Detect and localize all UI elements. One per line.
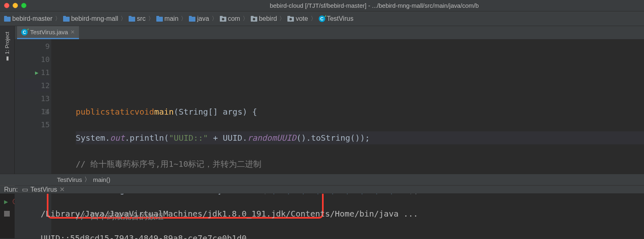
breadcrumb-label: com	[228, 15, 240, 22]
chevron-right-icon: 〉	[279, 15, 285, 22]
class-icon: C	[21, 29, 28, 35]
stop-icon[interactable]	[4, 211, 10, 217]
breadcrumb-item[interactable]: C TestVirus	[319, 15, 354, 22]
folder-icon	[129, 16, 135, 22]
run-config-tab[interactable]: ▭ TestVirus ✕	[22, 186, 65, 193]
console-output[interactable]: /Library/Java/JavaVirtualMachines/jdk1.8…	[37, 194, 644, 239]
method-italic: randomUUID	[247, 131, 296, 144]
field: out	[110, 131, 125, 144]
code-text: .println(	[125, 131, 169, 144]
rerun-icon[interactable]: ▶	[4, 198, 8, 206]
package-icon	[220, 16, 226, 22]
breadcrumb-label: TestVirus	[327, 15, 354, 22]
breadcrumb-label: src	[137, 15, 145, 22]
structure-breadcrumb: TestVirus 〉 main()	[0, 174, 644, 185]
svg-rect-17	[287, 16, 290, 18]
close-tab-icon[interactable]: ✕	[70, 29, 75, 35]
chevron-right-icon: 〉	[120, 15, 126, 22]
folder-icon	[63, 16, 70, 22]
breadcrumb-label: bebird-mng-mall	[71, 15, 118, 22]
method: main	[154, 105, 174, 118]
line-number: 15	[41, 118, 50, 131]
folder-icon	[4, 16, 11, 22]
breadcrumb-label: vote	[296, 15, 308, 22]
breadcrumb-label: bebird-master	[12, 15, 53, 22]
navigation-breadcrumb: bebird-master 〉 bebird-mng-mall 〉 src 〉 …	[0, 11, 644, 26]
line-number: 11	[41, 66, 50, 79]
chevron-right-icon: 〉	[212, 15, 217, 22]
application-icon: ▭	[22, 186, 28, 193]
class-icon: C	[319, 15, 325, 22]
svg-rect-5	[129, 16, 131, 18]
svg-point-15	[253, 18, 255, 20]
chevron-right-icon: 〉	[84, 176, 90, 184]
fold-icon[interactable]: −	[43, 110, 48, 114]
keyword: public	[76, 105, 105, 118]
line-number: 12	[41, 79, 50, 92]
breadcrumb-label: java	[197, 15, 209, 22]
svg-point-12	[222, 18, 224, 20]
svg-rect-3	[63, 16, 66, 18]
breadcrumb-item[interactable]: bebird	[251, 15, 277, 22]
breadcrumb-item[interactable]: main	[156, 15, 179, 22]
svg-point-18	[289, 18, 292, 20]
keyword: void	[135, 105, 154, 118]
svg-rect-9	[189, 16, 192, 18]
breadcrumb-label: bebird	[259, 15, 277, 22]
window-titlebar: bebird-cloud [/TJT/sf/bebird-master] - .…	[0, 0, 644, 11]
code-text: (String[] args) {	[174, 105, 257, 118]
window-title: bebird-cloud [/TJT/sf/bebird-master] - .…	[270, 2, 479, 9]
chevron-right-icon: 〉	[311, 15, 316, 22]
console-line: /Library/Java/JavaVirtualMachines/jdk1.8…	[41, 208, 640, 220]
breadcrumb-item[interactable]: java	[189, 15, 209, 22]
structure-method[interactable]: main()	[93, 176, 110, 183]
folder-icon	[189, 16, 195, 22]
code-text: System.	[76, 131, 110, 144]
keyword: static	[105, 105, 134, 118]
package-icon	[287, 16, 294, 22]
breadcrumb-item[interactable]: vote	[287, 15, 308, 22]
run-label: Run:	[4, 186, 18, 193]
close-window-button[interactable]	[4, 3, 9, 8]
svg-rect-11	[220, 16, 223, 18]
code-text: ().toString());	[296, 131, 370, 144]
line-number: 10	[41, 53, 50, 66]
chevron-right-icon: 〉	[148, 15, 154, 22]
svg-rect-14	[251, 16, 254, 18]
code-text: + UUID.	[208, 131, 247, 144]
breadcrumb-item[interactable]: com	[220, 15, 240, 22]
svg-rect-1	[4, 16, 7, 18]
sidebar-label: 1: Project	[4, 32, 10, 54]
tool-sidebar: ▮ 1: Project	[0, 26, 15, 174]
chevron-right-icon: 〉	[243, 15, 248, 22]
chevron-right-icon: 〉	[55, 15, 61, 22]
folder-icon	[156, 16, 163, 22]
structure-class[interactable]: TestVirus	[57, 176, 82, 183]
tab-label: TestVirus.java	[30, 29, 68, 35]
editor-tabs: C TestVirus.java ✕	[15, 26, 644, 39]
svg-rect-7	[156, 16, 159, 18]
run-header: Run: ▭ TestVirus ✕	[0, 186, 644, 194]
close-tab-icon[interactable]: ✕	[59, 186, 65, 193]
zoom-window-button[interactable]	[21, 3, 26, 8]
comment: // 给十瓶毒药标序号,用1~10标记，并转为二进制	[76, 157, 261, 170]
breadcrumb-label: main	[164, 15, 179, 22]
folder-icon: ▮	[4, 56, 10, 62]
breadcrumb-item[interactable]: bebird-mng-mall	[63, 15, 118, 22]
project-tool-button[interactable]: ▮ 1: Project	[4, 29, 10, 64]
run-gutter-icon[interactable]: ▶	[35, 66, 38, 79]
console-line: UUID::55d8cd15-7943-4849-89a8-ce7e7ce0b1…	[41, 232, 640, 239]
editor-tab[interactable]: C TestVirus.java ✕	[17, 26, 79, 39]
package-icon	[251, 16, 257, 22]
breadcrumb-item[interactable]: src	[129, 15, 145, 22]
run-tool-window: Run: ▭ TestVirus ✕ ▶ ⦿ ↑ /Library/Java/J…	[0, 185, 644, 238]
chevron-right-icon: 〉	[181, 15, 186, 22]
line-number: 9	[45, 40, 50, 53]
window-controls	[4, 3, 26, 8]
string: "UUID::"	[169, 131, 208, 144]
line-number: 13	[41, 92, 50, 105]
run-tab-label: TestVirus	[31, 186, 57, 193]
breadcrumb-item[interactable]: bebird-master	[4, 15, 53, 22]
minimize-window-button[interactable]	[13, 3, 18, 8]
editor-area: C TestVirus.java ✕ 9 10 ▶11 12 13 14 15 …	[15, 26, 644, 174]
